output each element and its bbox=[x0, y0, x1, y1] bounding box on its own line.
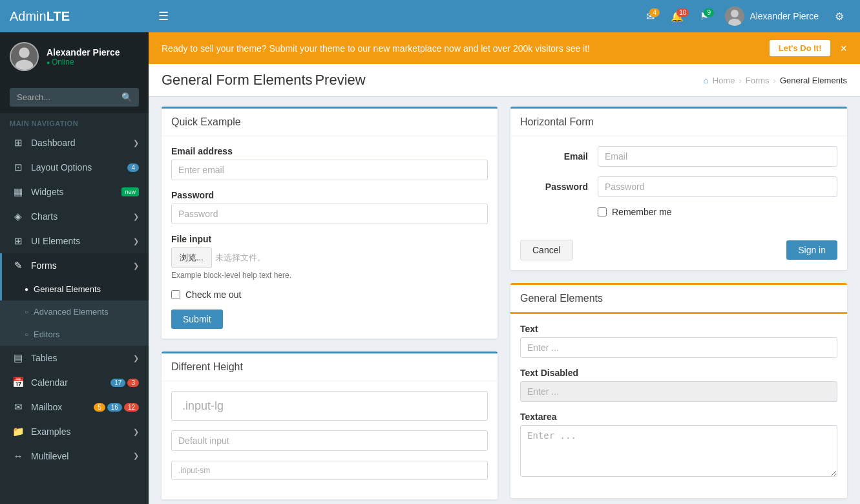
svg-point-5 bbox=[16, 60, 33, 71]
different-height-body bbox=[162, 381, 498, 499]
user-dropdown[interactable]: Alexander Pierce bbox=[718, 3, 825, 29]
password-input[interactable] bbox=[171, 204, 488, 224]
quick-example-title: Quick Example bbox=[171, 116, 488, 128]
notifications-button[interactable]: 🔔 10 bbox=[664, 7, 690, 26]
email-input[interactable] bbox=[171, 160, 488, 180]
sidebar-item-advanced-elements[interactable]: Advanced Elements bbox=[0, 300, 149, 323]
sidebar-item-widgets[interactable]: ▦ Widgets new bbox=[0, 180, 149, 204]
email-label: Email address bbox=[171, 146, 488, 156]
horizontal-form-header: Horizontal Form bbox=[510, 109, 847, 136]
sidebar-item-calendar[interactable]: 📅 Calendar 17 3 bbox=[0, 370, 149, 395]
svg-point-4 bbox=[19, 47, 29, 58]
sidebar-item-charts[interactable]: ◈ Charts ❯ bbox=[0, 204, 149, 229]
input-lg[interactable] bbox=[171, 391, 488, 421]
submit-button[interactable]: Submit bbox=[171, 310, 223, 329]
main-content: Quick Example Email address Password Fil… bbox=[149, 97, 860, 504]
horizontal-form-title: Horizontal Form bbox=[520, 116, 837, 128]
mailbox-badge1: 5 bbox=[94, 403, 105, 412]
general-elements-header: General Elements bbox=[510, 285, 847, 314]
sidebar-item-editors[interactable]: Editors bbox=[0, 323, 149, 346]
hform-remember-field: Remember me bbox=[598, 207, 837, 227]
text-label: Text bbox=[520, 324, 837, 334]
quick-example-box: Quick Example Email address Password Fil… bbox=[162, 107, 498, 339]
password-form-group: Password bbox=[171, 190, 488, 224]
sidebar-item-ui-elements[interactable]: ⊞ UI Elements ❯ bbox=[0, 229, 149, 253]
hform-actions: Cancel Sign in bbox=[520, 236, 837, 260]
sidebar-user-info: Alexander Pierce Online bbox=[47, 47, 120, 67]
chevron-right-icon: ❯ bbox=[133, 213, 139, 221]
remember-me-group: Remember me bbox=[598, 207, 837, 217]
check-me-out-label[interactable]: Check me out bbox=[185, 289, 241, 300]
tasks-button[interactable]: ⚑ 9 bbox=[693, 7, 715, 26]
sidebar-item-label: Forms bbox=[31, 260, 133, 271]
hform-email-label: Email bbox=[520, 151, 598, 162]
multilevel-icon: ↔ bbox=[12, 450, 25, 461]
svg-point-1 bbox=[731, 10, 739, 17]
check-me-out-checkbox[interactable] bbox=[171, 290, 180, 299]
sidebar-username: Alexander Pierce bbox=[47, 47, 120, 58]
input-default-group bbox=[171, 430, 488, 451]
alert-message: Ready to sell your theme? Submit your th… bbox=[162, 43, 760, 54]
remember-me-checkbox[interactable] bbox=[598, 207, 607, 216]
hform-email-input[interactable] bbox=[598, 146, 837, 167]
brand-bold: LTE bbox=[47, 9, 70, 23]
settings-button[interactable]: ⚙ bbox=[828, 7, 850, 26]
sidebar-user-svg bbox=[11, 42, 37, 71]
sidebar-item-label: Dashboard bbox=[31, 138, 133, 148]
sidebar-item-multilevel[interactable]: ↔ Multilevel ❯ bbox=[0, 444, 149, 468]
sidebar-item-label: Tables bbox=[31, 353, 133, 363]
signin-button[interactable]: Sign in bbox=[786, 240, 837, 260]
sidebar: Alexander Pierce Online 🔍 MAIN NAVIGATIO… bbox=[0, 32, 149, 504]
submenu-item-label: General Elements bbox=[34, 284, 101, 294]
hform-remember-row: Remember me bbox=[520, 207, 837, 227]
messages-button[interactable]: ✉ 4 bbox=[640, 7, 661, 26]
mailbox-badge3: 12 bbox=[124, 403, 139, 412]
sidebar-toggle-button[interactable]: ☰ bbox=[152, 6, 175, 26]
sidebar-item-mailbox[interactable]: ✉ Mailbox 5 16 12 bbox=[0, 395, 149, 419]
submenu-item-label: Editors bbox=[34, 330, 59, 339]
horizontal-form-box: Horizontal Form Email Password bbox=[510, 107, 847, 270]
sidebar-item-examples[interactable]: 📁 Examples ❯ bbox=[0, 419, 149, 444]
alert-close-button[interactable]: × bbox=[840, 43, 847, 54]
folder-icon: 📁 bbox=[12, 426, 25, 437]
forms-submenu: General Elements Advanced Elements Edito… bbox=[0, 278, 149, 346]
sidebar-item-forms[interactable]: ✎ Forms ❯ bbox=[0, 253, 149, 278]
hform-email-row: Email bbox=[520, 146, 837, 167]
file-browse-button[interactable]: 浏览... bbox=[171, 247, 212, 268]
textarea-input[interactable] bbox=[520, 425, 837, 477]
sidebar-item-layout-options[interactable]: ⊡ Layout Options 4 bbox=[0, 155, 149, 180]
chevron-down-icon: ❯ bbox=[133, 262, 139, 270]
home-icon: ⌂ bbox=[704, 76, 709, 85]
quick-example-header: Quick Example bbox=[162, 109, 498, 136]
navbar-right: ✉ 4 🔔 10 ⚑ 9 Alexander Pierce ⚙ bbox=[640, 3, 850, 29]
textarea-label: Textarea bbox=[520, 412, 837, 422]
sidebar-item-dashboard[interactable]: ⊞ Dashboard ❯ bbox=[0, 131, 149, 155]
sidebar-search-container: 🔍 bbox=[0, 81, 149, 113]
textarea-form-group: Textarea bbox=[520, 412, 837, 479]
input-lg-group bbox=[171, 391, 488, 421]
nav-label: MAIN NAVIGATION bbox=[0, 113, 149, 131]
cancel-button[interactable]: Cancel bbox=[520, 240, 573, 260]
right-column: Horizontal Form Email Password bbox=[510, 107, 847, 504]
sidebar-item-tables[interactable]: ▤ Tables ❯ bbox=[0, 346, 149, 370]
hform-password-input[interactable] bbox=[598, 176, 837, 197]
input-default[interactable] bbox=[171, 430, 488, 451]
breadcrumb-home[interactable]: Home bbox=[713, 76, 735, 85]
horizontal-form: Email Password bbox=[520, 146, 837, 260]
chevron-right-icon: ❯ bbox=[133, 452, 139, 460]
sidebar-status: Online bbox=[47, 58, 120, 67]
text-disabled-input bbox=[520, 381, 837, 402]
text-input[interactable] bbox=[520, 337, 837, 358]
brand-logo[interactable]: AdminLTE bbox=[10, 9, 139, 24]
breadcrumb-forms[interactable]: Forms bbox=[746, 76, 770, 85]
sidebar-item-label: Calendar bbox=[31, 377, 109, 388]
hform-password-field bbox=[598, 176, 837, 197]
file-label: File input bbox=[171, 234, 488, 244]
sidebar-item-general-elements[interactable]: General Elements bbox=[0, 278, 149, 300]
input-sm[interactable] bbox=[171, 461, 488, 480]
breadcrumb-sep1: › bbox=[739, 76, 741, 85]
sidebar-search-button[interactable]: 🔍 bbox=[115, 89, 139, 106]
lets-do-it-button[interactable]: Let's Do It! bbox=[770, 40, 831, 56]
remember-me-label[interactable]: Remember me bbox=[612, 207, 672, 217]
general-elements-title: General Elements bbox=[520, 293, 837, 304]
